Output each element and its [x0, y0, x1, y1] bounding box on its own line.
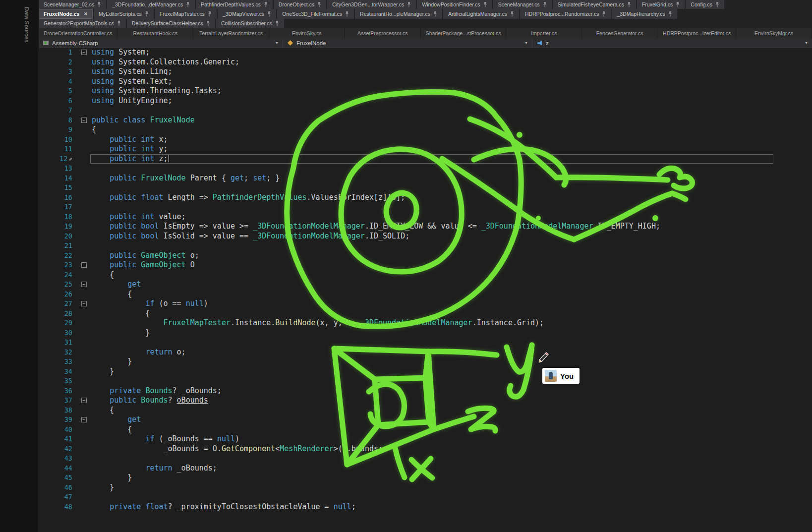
code-line-44[interactable]: 44 return _oBounds; — [39, 464, 812, 473]
code-line-37[interactable]: 37− public Bounds? oBounds — [39, 396, 812, 406]
code-line-6[interactable]: 6using UnityEngine; — [39, 96, 812, 106]
tab-myeditorscripts-cs[interactable]: MyEditorScripts.cs — [94, 9, 154, 19]
code-line-41[interactable]: 41 if (_oBounds == null) — [39, 434, 812, 444]
code-line-19[interactable]: 19 public bool IsEmpty => value >= _3DFo… — [39, 222, 812, 232]
tab-envirosky-cs[interactable]: EnviroSky.cs — [269, 28, 345, 38]
code-line-20[interactable]: 20 public bool IsSolid => value == _3DFo… — [39, 232, 812, 241]
tab-pathfinderdepthvalues-cs[interactable]: PathfinderDepthValues.cs — [196, 0, 273, 9]
tab-label: _3DFoundatio...delManager.cs — [112, 1, 183, 7]
code-line-26[interactable]: 26 { — [39, 290, 812, 299]
data-sources-vertical-tab[interactable]: Data Sources — [24, 7, 30, 42]
code-line-14[interactable]: 14 public FruxelNode Parent { get; set; … — [39, 174, 812, 183]
code-line-40[interactable]: 40 { — [39, 425, 812, 435]
tab--3dfoundatio-delmanager-cs[interactable]: _3DFoundatio...delManager.cs — [107, 0, 195, 9]
code-line-45[interactable]: 45 } — [39, 473, 812, 483]
code-line-31[interactable]: 31 — [39, 338, 812, 348]
code-line-33[interactable]: 33 } — [39, 357, 812, 367]
code-line-48[interactable]: 48 private float? _proximityToClosestObs… — [39, 502, 812, 512]
code-line-23[interactable]: 23− public GameObject O — [39, 260, 812, 270]
code-line-12[interactable]: 12✎ public int z; — [39, 154, 812, 164]
tab-fruxelnode-cs[interactable]: FruxelNode.cs✕ — [39, 9, 93, 19]
code-line-24[interactable]: 24 { — [39, 270, 812, 280]
tab-restauranthook-cs[interactable]: RestaurantHook.cs — [117, 28, 193, 38]
close-icon[interactable]: ✕ — [84, 11, 88, 16]
fold-collapse-icon[interactable]: − — [81, 118, 87, 123]
code-line-9[interactable]: 9{ — [39, 125, 812, 135]
code-line-16[interactable]: 16 public float Length => PathfinderDept… — [39, 193, 812, 203]
tab-assetpreprocessor-cs[interactable]: AssetPreprocessor.cs — [345, 28, 421, 38]
tab-deliverysurfaceclasshelper-cs[interactable]: DeliverySurfaceClassHelper.cs — [127, 19, 215, 28]
code-line-29[interactable]: 29 FruxelMapTester.Instance.BuildNode(x,… — [39, 318, 812, 328]
code-line-4[interactable]: 4using System.Text; — [39, 77, 812, 87]
code-editor[interactable]: 1−using System;2using System.Collections… — [39, 48, 812, 532]
tab-config-cs[interactable]: Config.cs — [686, 0, 724, 9]
tab-hdrppostproc-randomizer-cs[interactable]: HDRPPostproc...Randomizer.cs — [520, 9, 611, 19]
tab-terrainlayerrandomizer-cs[interactable]: TerrainLayerRandomizer.cs — [193, 28, 269, 38]
class-dropdown[interactable]: FruxelNode ▼ — [283, 38, 532, 48]
tab--3dmapviewer-cs[interactable]: _3DMapViewer.cs — [218, 9, 276, 19]
tab-fruxelgrid-cs[interactable]: FruxelGrid.cs — [637, 0, 685, 9]
code-line-38[interactable]: 38 { — [39, 406, 812, 415]
line-number: 43 — [39, 454, 77, 464]
code-line-47[interactable]: 47 — [39, 492, 812, 502]
code-line-22[interactable]: 22 public GameObject o; — [39, 251, 812, 261]
member-dropdown[interactable]: z ▼ — [532, 38, 812, 48]
code-line-32[interactable]: 32 return o; — [39, 348, 812, 357]
code-line-34[interactable]: 34 } — [39, 367, 812, 377]
tab-droneorientationcontroller-cs[interactable]: DroneOrientationController.cs — [39, 28, 117, 38]
tab-artificiallightsmanager-cs[interactable]: ArtificialLightsManager.cs — [443, 9, 519, 19]
code-line-36[interactable]: 36 private Bounds? _oBounds; — [39, 386, 812, 396]
tab-restaurantho-plemanager-cs[interactable]: RestaurantHo...pleManager.cs — [355, 9, 442, 19]
line-number: 21 — [39, 241, 77, 251]
tab-label: Importer.cs — [531, 30, 557, 36]
code-line-46[interactable]: 46 } — [39, 483, 812, 493]
code-line-21[interactable]: 21 — [39, 241, 812, 251]
code-text: { — [90, 425, 773, 435]
line-number: 22 — [39, 251, 77, 261]
code-line-17[interactable]: 17 — [39, 202, 812, 212]
code-line-18[interactable]: 18 public int value; — [39, 212, 812, 222]
fold-collapse-icon[interactable]: − — [81, 282, 87, 287]
fold-collapse-icon[interactable]: − — [81, 301, 87, 306]
code-line-39[interactable]: 39− get — [39, 415, 812, 425]
tab-droneobject-cs[interactable]: DroneObject.cs — [274, 0, 326, 9]
code-line-2[interactable]: 2using System.Collections.Generic; — [39, 58, 812, 67]
line-number: 32 — [39, 348, 77, 357]
tab-scenemanager-cs[interactable]: SceneManager.cs — [493, 0, 552, 9]
code-line-5[interactable]: 5using System.Threading.Tasks; — [39, 86, 812, 96]
tab-enviroskymgr-cs[interactable]: EnviroSkyMgr.cs — [736, 28, 812, 38]
tab-generator2exportmaptools-cs[interactable]: Generator2ExportMapTools.cs — [39, 19, 126, 28]
project-dropdown[interactable]: Assembly-CSharp ▼ — [39, 38, 283, 48]
code-line-13[interactable]: 13 — [39, 164, 812, 174]
code-line-3[interactable]: 3using System.Linq; — [39, 67, 812, 77]
fold-collapse-icon[interactable]: − — [81, 262, 87, 268]
tab-collisionsubscriber-cs[interactable]: CollisionSubscriber.cs — [216, 19, 284, 28]
code-line-42[interactable]: 42 _oBounds = O.GetComponent<MeshRendere… — [39, 444, 812, 454]
fold-collapse-icon[interactable]: − — [81, 398, 87, 403]
tab-fencesgenerator-cs[interactable]: FencesGenerator.cs — [582, 28, 658, 38]
tab-scenemanager-02-cs[interactable]: SceneManager_02.cs — [39, 0, 106, 9]
code-line-27[interactable]: 27− if (o == null) — [39, 299, 812, 309]
tab-fruxelmaptester-cs[interactable]: FruxelMapTester.cs — [155, 9, 217, 19]
code-line-11[interactable]: 11 public int y; — [39, 144, 812, 154]
tab--3dmaphierarchy-cs[interactable]: _3DMapHierarchy.cs — [612, 9, 677, 19]
fold-collapse-icon[interactable]: − — [81, 417, 87, 422]
fold-collapse-icon[interactable]: − — [81, 50, 87, 55]
code-line-43[interactable]: 43 — [39, 454, 812, 464]
code-line-1[interactable]: 1−using System; — [39, 48, 812, 58]
code-line-15[interactable]: 15 — [39, 183, 812, 193]
code-line-8[interactable]: 8−public class FruxelNode — [39, 116, 812, 125]
tab-hdrppostproc-izereditor-cs[interactable]: HDRPPostproc...izerEditor.cs — [658, 28, 736, 38]
code-line-10[interactable]: 10 public int x; — [39, 135, 812, 145]
code-line-25[interactable]: 25− get — [39, 280, 812, 290]
code-line-30[interactable]: 30 } — [39, 328, 812, 338]
tab-shaderpackage-stprocessor-cs[interactable]: ShaderPackage...stProcessor.cs — [421, 28, 507, 38]
tab-citygen3dgen-torwrapper-cs[interactable]: CityGen3DGen...torWrapper.cs — [327, 0, 416, 9]
code-line-35[interactable]: 35 — [39, 376, 812, 386]
tab-onesec3d-fileformat-cs[interactable]: OneSec3D_FileFormat.cs — [277, 9, 354, 19]
tab-importer-cs[interactable]: Importer.cs — [506, 28, 582, 38]
code-line-7[interactable]: 7 — [39, 106, 812, 116]
tab-windowpositionfinder-cs[interactable]: WindowPositionFinder.cs — [417, 0, 492, 9]
code-line-28[interactable]: 28 { — [39, 309, 812, 319]
tab-simulatedfisheyecamera-cs[interactable]: SimulatedFisheyeCamera.cs — [553, 0, 636, 9]
